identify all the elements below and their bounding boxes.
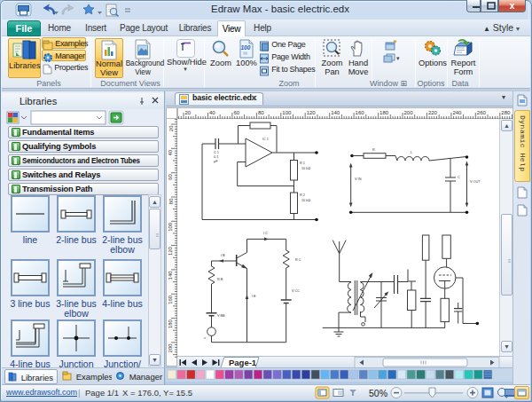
svg-text:I E: I E	[252, 295, 256, 298]
svg-text:R 2: R 2	[300, 193, 305, 197]
svg-text:180: 180	[168, 319, 174, 328]
svg-text:C 1: C 1	[214, 151, 219, 154]
svg-text:20: 20	[168, 125, 174, 131]
svg-text:V IN: V IN	[355, 177, 362, 181]
svg-text:50%: 50%	[369, 388, 387, 398]
svg-text:L: L	[411, 151, 412, 154]
svg-text:40: 40	[209, 110, 215, 115]
svg-text:10 kΩ: 10 kΩ	[301, 167, 310, 170]
svg-text:40: 40	[168, 149, 174, 155]
svg-text:220: 220	[428, 110, 438, 115]
svg-text:μF: μF	[214, 160, 218, 163]
svg-text:140: 140	[331, 110, 340, 115]
svg-text:Page-1: Page-1	[229, 358, 257, 367]
svg-text:280: 280	[501, 110, 511, 115]
svg-text:120: 120	[168, 246, 174, 256]
svg-text:80: 80	[168, 198, 174, 204]
svg-text:IC 1: IC 1	[262, 138, 269, 141]
svg-text:240: 240	[452, 110, 462, 115]
svg-text:180: 180	[379, 110, 389, 115]
svg-text:%: %	[243, 51, 247, 56]
svg-text:20: 20	[185, 110, 192, 115]
svg-text:R: R	[372, 148, 375, 152]
svg-text:R C: R C	[295, 258, 301, 262]
svg-text:200: 200	[168, 343, 174, 353]
svg-text:100: 100	[282, 110, 292, 115]
svg-text:V OUT: V OUT	[470, 180, 481, 184]
svg-text:160: 160	[356, 110, 365, 115]
svg-text:60: 60	[233, 110, 239, 115]
svg-text:I B: I B	[221, 254, 225, 257]
svg-text:V CC: V CC	[292, 289, 300, 293]
svg-text:140: 140	[168, 271, 174, 280]
svg-text:120: 120	[307, 110, 317, 115]
svg-text:C: C	[458, 176, 460, 179]
svg-text:10 kΩ: 10 kΩ	[301, 199, 310, 202]
svg-text:80: 80	[258, 110, 264, 115]
svg-text:R 1: R 1	[300, 162, 305, 165]
svg-text:100: 100	[241, 44, 251, 51]
svg-text:I C: I C	[263, 232, 268, 235]
svg-text:100: 100	[168, 222, 174, 232]
svg-text:60: 60	[168, 174, 174, 180]
svg-text:260: 260	[477, 110, 487, 115]
svg-text:160: 160	[168, 295, 174, 304]
svg-text:v: v	[204, 336, 206, 340]
svg-text:200: 200	[404, 110, 414, 115]
svg-text:R B: R B	[217, 278, 223, 281]
svg-text:V BB: V BB	[217, 314, 225, 318]
svg-text:0.1: 0.1	[214, 155, 218, 159]
svg-text:▾: ▾	[396, 55, 400, 61]
